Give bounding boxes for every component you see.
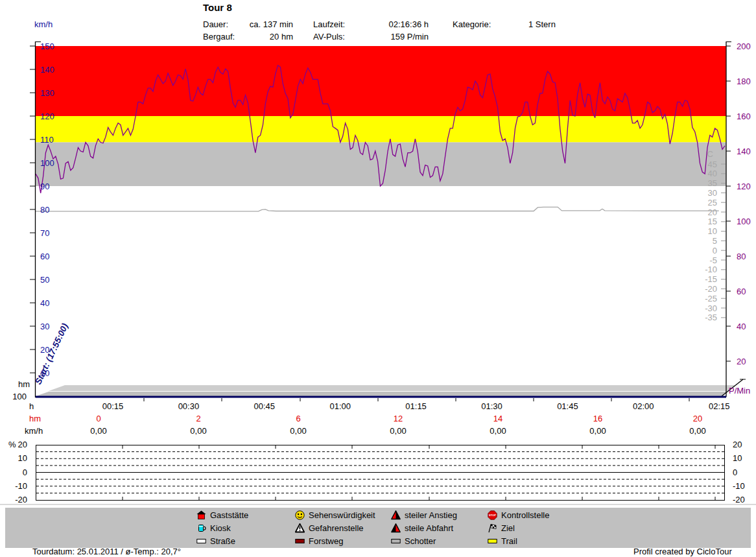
stop-sign-icon: STOP — [488, 510, 497, 520]
trail-icon — [488, 536, 497, 546]
temp-axis-label: 10 — [708, 226, 717, 236]
pulse-zone-low — [36, 143, 726, 187]
temp-axis-label: 30 — [708, 188, 717, 198]
left-axis-label: 130 — [40, 88, 54, 98]
right-axis-label: 60 — [737, 287, 746, 296]
right-axis-label: 200 — [737, 41, 751, 51]
start-time-annotation: Start: (17:55:00) — [33, 322, 70, 386]
time-tick-label: 01:00 — [329, 401, 351, 411]
tour-profile-chart: 454035302520151050-5-10-15-20-25-30-35C1… — [0, 0, 756, 557]
time-tick-label: 02:00 — [633, 401, 654, 411]
distance-row-label: hm — [29, 414, 41, 423]
grade-left-label: 10 — [18, 453, 27, 463]
speed-value: 0,00 — [689, 426, 705, 436]
svg-text:STOP: STOP — [489, 514, 497, 517]
legend-item-stop-sign: STOPKontrollstelle — [488, 509, 549, 521]
temp-axis-unit-label: C — [707, 149, 713, 159]
legend-item-danger-warning: Gefahrenstelle — [295, 522, 364, 534]
speed-value: 0,00 — [290, 426, 306, 436]
temp-axis-label: 0 — [713, 246, 717, 255]
created-by-text: Profil created by CicloTour — [633, 547, 732, 556]
left-axis-label: 50 — [40, 275, 49, 285]
speed-row-label: km/h — [25, 426, 43, 436]
elevation-band-front — [36, 392, 727, 396]
right-axis-label: 20 — [737, 357, 746, 366]
grade-right-label: 10 — [733, 453, 742, 463]
legend-item-label: Straße — [210, 536, 235, 546]
speed-value: 0,00 — [390, 426, 406, 436]
legend-item-label: steile Abfahrt — [405, 523, 453, 533]
temp-axis-label: -10 — [705, 265, 717, 274]
tour-date-temp-text: Tourdatum: 25.01.2011 / ø-Temp.: 20,7° — [32, 547, 181, 556]
left-axis-label: 30 — [40, 322, 49, 331]
right-axis-label: 100 — [737, 217, 751, 226]
time-tick-label: 01:30 — [481, 401, 502, 411]
left-axis-label: 100 — [40, 158, 54, 168]
grade-left-label: -20 — [15, 495, 27, 504]
grade-right-label: -10 — [733, 481, 745, 491]
left-axis-label: 80 — [40, 205, 49, 215]
map-symbol-legend: GaststätteKioskStraßeSehenswürdigkeitGef… — [5, 508, 751, 548]
road-icon — [196, 536, 206, 546]
legend-item-label: Sehenswürdigkeit — [309, 510, 375, 520]
steep-descent-icon — [391, 523, 401, 533]
legend-item-kiosk-mug: Kiosk — [196, 522, 231, 534]
legend-item-label: Forstweg — [309, 536, 343, 546]
left-axis-label: 70 — [40, 228, 49, 238]
legend-item-label: steiler Anstieg — [405, 510, 457, 520]
left-axis-label: 150 — [40, 41, 54, 51]
legend-item-steep-climb: steiler Anstieg — [391, 509, 457, 521]
kiosk-mug-icon — [196, 523, 206, 533]
legend-item-steep-descent: steile Abfahrt — [391, 522, 453, 534]
legend-item-label: Ziel — [501, 523, 515, 533]
legend-item-finish-flag: Ziel — [488, 522, 515, 534]
temp-axis-label: 25 — [708, 198, 717, 207]
time-tick-label: 00:15 — [102, 401, 124, 411]
temp-axis-label: 20 — [708, 207, 717, 217]
gravel-icon — [391, 536, 401, 546]
x-axis-unit-label: h — [29, 401, 34, 411]
speed-value: 0,00 — [90, 426, 106, 436]
legend-item-label: Trail — [501, 536, 517, 546]
legend-item-label: Kontrollstelle — [501, 510, 549, 520]
legend-item-road: Straße — [196, 535, 235, 547]
distance-value: 16 — [593, 414, 602, 423]
temp-axis-label: -25 — [705, 294, 717, 303]
left-axis-label: 140 — [40, 65, 54, 75]
steep-climb-icon — [391, 510, 401, 520]
distance-value: 0 — [96, 414, 100, 423]
temp-axis-label: 5 — [713, 236, 717, 246]
temp-axis-label: -35 — [705, 313, 717, 322]
house-icon — [196, 510, 206, 520]
temperature-line — [36, 207, 719, 211]
temp-axis-label: -5 — [709, 255, 717, 265]
legend-item-label: Gaststätte — [210, 510, 248, 520]
temp-axis-label: -20 — [705, 284, 717, 294]
temp-axis-label: -15 — [705, 274, 717, 284]
legend-item-house: Gaststätte — [196, 509, 248, 521]
pulse-zone-high — [36, 46, 726, 116]
smiley-icon — [295, 510, 305, 520]
legend-item-trail: Trail — [488, 535, 517, 547]
grade-right-label: 0 — [733, 468, 737, 477]
distance-value: 14 — [493, 414, 502, 423]
forest-road-icon — [295, 536, 305, 546]
left-axis-label: 90 — [40, 182, 49, 191]
elevation-band-top — [49, 385, 735, 391]
right-axis-label: 120 — [737, 182, 751, 191]
legend-item-label: Schotter — [405, 536, 436, 546]
left-axis-label: 60 — [40, 252, 49, 261]
distance-value: 20 — [693, 414, 702, 423]
left-axis-label: 120 — [40, 112, 54, 121]
right-axis-unit-label: P/Min — [729, 386, 750, 396]
time-tick-label: 02:15 — [709, 401, 730, 411]
time-tick-label: 01:15 — [405, 401, 427, 411]
right-axis-label: 40 — [737, 322, 746, 331]
ciclotour-profile-page: Tour 8 km/h Dauer: ca. 137 min Laufzeit:… — [0, 0, 756, 557]
speed-value: 0,00 — [490, 426, 506, 436]
legend-separator-line — [0, 504, 756, 505]
grade-left-label: -10 — [15, 481, 27, 491]
distance-value: 12 — [394, 414, 403, 423]
right-axis-label: 80 — [737, 252, 746, 261]
distance-value: 2 — [196, 414, 200, 423]
